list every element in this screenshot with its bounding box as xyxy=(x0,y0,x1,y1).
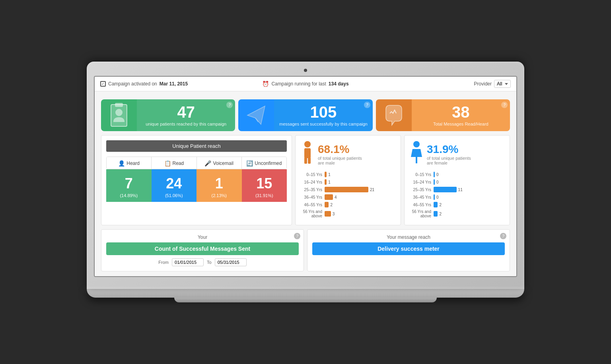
laptop-frame: ✓ Campaign activated on Mar 11, 2015 ⏰ C… xyxy=(87,62,524,302)
tab-voicemail[interactable]: 🎤 Voicemail xyxy=(197,157,242,169)
age-bar-wrap: 0 xyxy=(434,194,505,200)
read-value-box: 24 (51.06%) xyxy=(152,169,197,202)
male-card: 68.1% of total unique patients are male … xyxy=(295,135,401,225)
checkbox-icon: ✓ xyxy=(100,81,106,87)
age-row: 36–45 Yrs4 xyxy=(300,194,396,200)
messages-data: ? 105 messages sent successfully by this… xyxy=(274,99,372,131)
top-bar: ✓ Campaign activated on Mar 11, 2015 ⏰ C… xyxy=(95,77,516,91)
clock-icon: ⏰ xyxy=(262,81,269,87)
age-value: 1 xyxy=(328,172,331,177)
male-figure-icon xyxy=(300,140,315,168)
svg-rect-7 xyxy=(304,157,307,164)
patient-reach-panel: Unique Patient reach 👤 Heard xyxy=(101,135,292,225)
messages-sent-prefix: Your xyxy=(106,234,299,240)
age-bar xyxy=(434,202,438,207)
age-bar xyxy=(434,172,435,177)
age-bar-wrap: 2 xyxy=(434,202,505,207)
age-value: 0 xyxy=(436,195,439,199)
age-bar-wrap: 3 xyxy=(325,211,396,217)
patients-number: 47 xyxy=(177,104,195,120)
voicemail-tab-label: Voicemail xyxy=(213,161,233,166)
age-bar xyxy=(325,187,368,192)
date-range: From To xyxy=(106,258,299,266)
from-label: From xyxy=(158,260,169,265)
status-values: 7 (14.89%) 24 (51.06%) 1 (2.13%) xyxy=(106,169,287,202)
age-bar-wrap: 4 xyxy=(325,194,396,200)
provider-dropdown[interactable]: All xyxy=(494,80,511,88)
age-bar-wrap: 1 xyxy=(325,172,396,177)
age-bar-wrap: 0 xyxy=(434,172,505,177)
tab-heard[interactable]: 👤 Heard xyxy=(107,157,152,169)
to-date-input[interactable] xyxy=(215,258,247,266)
gender-panel: 68.1% of total unique patients are male … xyxy=(295,135,510,225)
female-pct: 31.9% xyxy=(427,143,475,156)
male-header: 68.1% of total unique patients are male xyxy=(300,140,396,168)
age-value: 4 xyxy=(335,195,337,199)
svg-rect-1 xyxy=(115,103,123,107)
age-label: 56 Yrs and above xyxy=(300,209,322,218)
male-pct: 68.1% xyxy=(318,143,366,156)
svg-rect-8 xyxy=(308,157,311,164)
age-label: 46–55 Yrs xyxy=(300,203,322,207)
age-row: 25–35 Yrs21 xyxy=(300,187,396,192)
age-value: 2 xyxy=(439,212,442,216)
kpi-messages: ? 105 messages sent successfully by this… xyxy=(238,99,372,131)
read-pct: (51.06%) xyxy=(165,193,183,198)
patients-label: unique patients reached by this campaign xyxy=(146,122,226,126)
delivery-help[interactable]: ? xyxy=(500,233,506,239)
age-label: 16–24 Yrs xyxy=(409,180,431,184)
delivery-title: Delivery success meter xyxy=(312,242,505,255)
from-date-input[interactable] xyxy=(172,258,204,266)
campaign-date: Mar 11, 2015 xyxy=(160,81,188,87)
main-row: Unique Patient reach 👤 Heard xyxy=(101,135,510,225)
svg-marker-3 xyxy=(247,106,265,124)
tab-read[interactable]: 📋 Read xyxy=(152,157,197,169)
age-label: 16–24 Yrs xyxy=(300,180,322,184)
messages-number: 105 xyxy=(310,104,337,120)
female-silhouette xyxy=(409,140,424,164)
age-value: 0 xyxy=(436,172,439,177)
age-row: 36–45 Yrs0 xyxy=(409,194,505,200)
patients-help[interactable]: ? xyxy=(226,102,233,108)
voicemail-count: 1 xyxy=(215,176,223,191)
age-row: 16–24 Yrs0 xyxy=(409,179,505,185)
messages-help[interactable]: ? xyxy=(364,102,370,108)
messages-sent-card: ? Your Count of Successful Messages Sent… xyxy=(101,229,304,271)
campaign-running: ⏰ Campaign running for last 134 days xyxy=(237,81,374,87)
age-label: 46–55 Yrs xyxy=(409,203,431,207)
screen-bezel: ✓ Campaign activated on Mar 11, 2015 ⏰ C… xyxy=(87,62,524,289)
male-silhouette xyxy=(300,140,315,164)
read-heard-number: 38 xyxy=(452,104,470,120)
age-bar xyxy=(434,211,438,217)
messages-sent-help[interactable]: ? xyxy=(294,233,300,239)
female-age-bars: 0–15 Yrs016–24 Yrs025–35 Yrs1136–45 Yrs0… xyxy=(409,172,505,218)
unconfirmed-value-box: 15 (31.91%) xyxy=(242,169,287,202)
kpi-read-heard: ? 38 Total Messages Read/Heard xyxy=(376,99,510,131)
age-label: 0–15 Yrs xyxy=(409,172,431,177)
svg-point-2 xyxy=(115,109,123,116)
messages-icon-box xyxy=(238,99,274,131)
provider-selector[interactable]: Provider All xyxy=(374,80,511,88)
age-label: 0–15 Yrs xyxy=(300,172,322,177)
patients-data: ? 47 unique patients reached by this cam… xyxy=(137,99,235,131)
age-row: 46–55 Yrs2 xyxy=(409,202,505,207)
age-label: 25–35 Yrs xyxy=(409,188,431,192)
dashboard: ? 47 unique patients reached by this cam… xyxy=(95,91,516,276)
campaign-activated: ✓ Campaign activated on Mar 11, 2015 xyxy=(100,81,237,87)
laptop-base xyxy=(87,289,524,298)
campaign-running-prefix: Campaign running for last xyxy=(271,81,326,87)
age-label: 25–35 Yrs xyxy=(300,188,322,192)
age-value: 0 xyxy=(436,180,439,184)
age-bar xyxy=(434,194,435,200)
age-bar-wrap: 0 xyxy=(434,179,505,185)
age-bar xyxy=(325,211,331,217)
heard-pct: (14.89%) xyxy=(120,193,138,198)
female-header: 31.9% of total unique patients are femal… xyxy=(409,140,505,168)
read-heard-label: Total Messages Read/Heard xyxy=(433,122,488,126)
provider-label: Provider xyxy=(474,81,492,87)
screen: ✓ Campaign activated on Mar 11, 2015 ⏰ C… xyxy=(94,76,517,277)
voicemail-pct: (2.13%) xyxy=(211,193,227,198)
read-heard-help[interactable]: ? xyxy=(501,102,508,108)
female-figure-icon xyxy=(409,140,424,168)
tab-unconfirmed[interactable]: 🔄 Unconfirmed xyxy=(242,157,286,169)
